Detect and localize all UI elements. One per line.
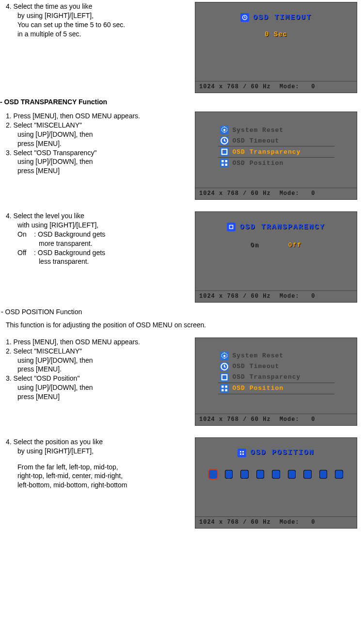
osd-screenshot-menu-pos: System ResetOSD TimeoutOSD TransparencyO… xyxy=(195,338,357,426)
step-text: using [UP]/[DOWN], then xyxy=(17,383,195,392)
step-text: You can set up the time 5 to 60 sec. xyxy=(17,20,195,30)
menu-item: System Reset xyxy=(218,351,334,361)
step-text: press [MENU]. xyxy=(17,139,195,148)
step-num: 2. xyxy=(6,121,12,129)
step-text: Select the level you like xyxy=(14,212,84,220)
svg-rect-14 xyxy=(222,389,224,391)
square-icon xyxy=(220,147,229,156)
clock-icon xyxy=(240,13,249,22)
text-timeout: 4. Select the time as you like by using … xyxy=(0,2,195,39)
mode-value: 0 xyxy=(311,416,315,423)
step-text: Select "OSD Transparency" xyxy=(14,149,97,157)
mode-value: 0 xyxy=(311,293,315,300)
osd-title-label: OSD TRANSPARENCY xyxy=(239,223,325,231)
menu-item: OSD Timeout xyxy=(218,135,334,146)
step-num: 1. xyxy=(6,112,12,120)
grid-icon xyxy=(220,159,229,167)
step-text: using [UP]/[DOWN], then xyxy=(17,157,195,166)
resolution-info: 1024 x 768 / 60 Hz xyxy=(199,416,271,423)
osd-footer: 1024 x 768 / 60 Hz Mode: 0 xyxy=(195,516,357,528)
text-pos-a: 1. Press [MENU], then OSD MENU appears. … xyxy=(0,338,195,402)
svg-rect-12 xyxy=(222,386,224,388)
menu-item-label: OSD Position xyxy=(233,160,284,167)
svg-rect-19 xyxy=(242,453,244,455)
step-text: Select "MISCELLANY" xyxy=(14,347,82,355)
menu-item: OSD Transparency xyxy=(218,146,334,158)
position-dot xyxy=(256,470,265,479)
clock-icon xyxy=(220,136,229,145)
step-text: Select the position as you like xyxy=(14,438,103,446)
step-text: right-top, left-mid, center, mid-right, xyxy=(17,471,195,481)
square-icon xyxy=(227,223,236,231)
text-trans-a: 1. Press [MENU], then OSD MENU appears. … xyxy=(0,112,195,176)
option-on: On xyxy=(250,242,259,249)
position-dot xyxy=(303,470,312,479)
osd-title-label: OSD TIMEOUT xyxy=(253,14,312,22)
svg-rect-11 xyxy=(222,375,227,380)
position-dots xyxy=(209,470,343,479)
osd-value: 0 Sec xyxy=(209,31,343,38)
off-desc: less transparent. xyxy=(39,257,195,266)
osd-footer: 1024 x 768 / 60 Hz Mode: 0 xyxy=(195,414,357,425)
osd-footer: 1024 x 768 / 60 Hz Mode: 0 xyxy=(195,188,357,199)
menu-item-label: OSD Transparency xyxy=(233,148,301,156)
position-desc: This function is for adjusting the posit… xyxy=(6,321,364,330)
row-pos-b: 4. Select the position as you like by us… xyxy=(0,437,364,529)
osd-screenshot-timeout: OSD TIMEOUT 0 Sec 1024 x 768 / 60 Hz Mod… xyxy=(195,2,357,93)
step-text: left-bottom, mid-bottom, right-bottom xyxy=(17,481,195,490)
svg-rect-3 xyxy=(222,149,227,155)
svg-rect-6 xyxy=(222,164,224,166)
grid-icon xyxy=(220,384,229,393)
resolution-info: 1024 x 768 / 60 Hz xyxy=(199,83,271,90)
on-desc: more transparent. xyxy=(39,239,195,248)
position-dot xyxy=(288,470,296,479)
mode-label: Mode: xyxy=(280,416,300,423)
mode-label: Mode: xyxy=(280,83,300,90)
row-pos-steps: 1. Press [MENU], then OSD MENU appears. … xyxy=(0,338,364,426)
resolution-info: 1024 x 768 / 60 Hz xyxy=(199,519,271,526)
svg-rect-15 xyxy=(225,389,227,391)
heading-position: - OSD POSITION Function xyxy=(1,307,364,317)
resolution-info: 1024 x 768 / 60 Hz xyxy=(199,293,271,300)
step-num: 4. xyxy=(6,212,12,220)
step-text: Select "OSD Position" xyxy=(14,374,80,382)
osd-screenshot-menu-trans: System ResetOSD TimeoutOSD TransparencyO… xyxy=(195,112,357,200)
option-off: Off xyxy=(288,242,302,249)
osd-menu-list: System ResetOSD TimeoutOSD TransparencyO… xyxy=(218,125,334,168)
svg-rect-8 xyxy=(230,225,233,229)
menu-item: System Reset xyxy=(218,125,334,135)
mode-label: Mode: xyxy=(280,519,300,526)
svg-rect-17 xyxy=(242,451,244,452)
menu-item-label: OSD Timeout xyxy=(233,137,280,145)
heading-transparency: - OSD TRANSPARENCY Function xyxy=(0,98,364,106)
resolution-info: 1024 x 768 / 60 Hz xyxy=(199,190,271,197)
menu-item: OSD Transparency xyxy=(218,372,334,383)
osd-footer: 1024 x 768 / 60 Hz Mode: 0 xyxy=(195,290,357,302)
position-dot xyxy=(335,470,343,479)
row-trans-steps: 1. Press [MENU], then OSD MENU appears. … xyxy=(0,112,364,200)
menu-item: OSD Position xyxy=(218,383,334,394)
step-num: 3. xyxy=(6,374,12,382)
gear-icon xyxy=(220,126,229,134)
mode-value: 0 xyxy=(311,83,315,90)
mode-value: 0 xyxy=(311,519,315,526)
svg-rect-13 xyxy=(225,386,227,388)
osd-menu-list: System ResetOSD TimeoutOSD TransparencyO… xyxy=(218,351,334,394)
osd-screenshot-position: OSD POSITION 1024 x 768 / 60 Hz Mode: 0 xyxy=(195,437,357,529)
mode-label: Mode: xyxy=(280,293,300,300)
step-num: 1. xyxy=(6,338,12,346)
step-text: in a multiple of 5 sec. xyxy=(17,30,195,39)
menu-item-label: OSD Transparency xyxy=(233,373,301,381)
step-text: Select "MISCELLANY" xyxy=(14,121,82,129)
svg-rect-18 xyxy=(240,453,241,455)
position-dot xyxy=(240,470,249,479)
step-text: Select the time as you like xyxy=(14,2,93,10)
step-text: press [MENU]. xyxy=(17,365,195,374)
mode-label: Mode: xyxy=(280,190,300,197)
on-label: On xyxy=(17,230,27,238)
step-text: by using [RIGHT]/[LEFT], xyxy=(17,11,195,20)
square-icon xyxy=(220,373,229,382)
step-text: Press [MENU], then OSD MENU appears. xyxy=(14,112,140,120)
svg-point-1 xyxy=(223,129,225,131)
step-num: 4. xyxy=(6,438,12,446)
